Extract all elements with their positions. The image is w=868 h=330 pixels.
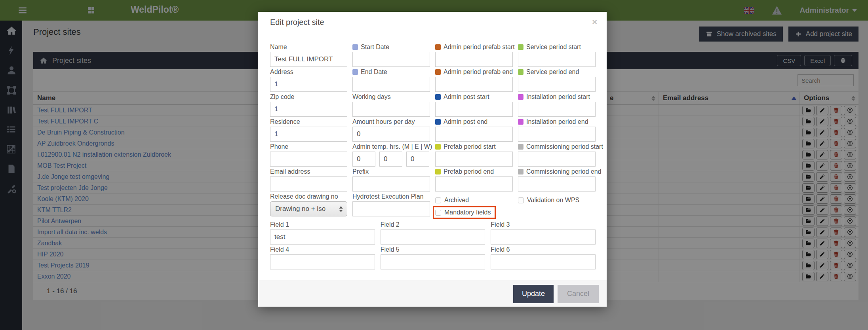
modal-body: NameAddressZip codeResidencePhoneEmail a… bbox=[258, 32, 607, 281]
admin-period-prefab-start-input[interactable] bbox=[435, 52, 513, 67]
admin-temp-hrs-m-e-w-input-1[interactable] bbox=[379, 152, 402, 167]
release-doc-drawing-no-select[interactable]: Drawing no + iso bbox=[270, 201, 347, 216]
field-prefab-period-start: Prefab period start bbox=[435, 142, 513, 167]
field-label: Admin period prefab end bbox=[435, 68, 513, 76]
field-2-input[interactable] bbox=[381, 229, 485, 245]
field-label: Working days bbox=[352, 93, 430, 101]
mandatory-fields-highlight: Mandatory fields bbox=[433, 206, 496, 219]
checkbox-group: ArchivedMandatory fields bbox=[435, 192, 513, 217]
admin-temp-hrs-m-e-w-input-2[interactable] bbox=[406, 152, 429, 167]
commissioning-period-end-input[interactable] bbox=[518, 176, 596, 192]
prefab-period-start-input[interactable] bbox=[435, 152, 513, 167]
field-name: Name bbox=[270, 43, 347, 68]
field-zip-code: Zip code bbox=[270, 93, 347, 118]
commissioning-period-start-input[interactable] bbox=[518, 152, 596, 167]
service-period-end-input[interactable] bbox=[518, 77, 596, 92]
field-phone: Phone bbox=[270, 142, 347, 167]
field-release-doc-drawing-no: Release doc drawing noDrawing no + iso bbox=[270, 192, 347, 217]
select-arrows-icon bbox=[339, 206, 343, 212]
color-swatch bbox=[518, 69, 523, 75]
admin-temp-hrs-inputs bbox=[352, 152, 430, 167]
field-admin-period-prefab-end: Admin period prefab end bbox=[435, 68, 513, 93]
service-period-start-input[interactable] bbox=[518, 52, 596, 67]
checkbox-row-archived: Archived bbox=[435, 195, 513, 205]
app-root: WeldPilot® Administrator Project sites bbox=[0, 0, 868, 330]
select-value: Drawing no + iso bbox=[275, 205, 326, 213]
field-commissioning-period-end: Commissioning period end bbox=[518, 167, 596, 192]
field-residence: Residence bbox=[270, 118, 347, 142]
color-swatch bbox=[518, 94, 523, 100]
admin-post-end-input[interactable] bbox=[435, 127, 513, 142]
working-days-input[interactable] bbox=[352, 102, 430, 117]
field-label: Name bbox=[270, 43, 347, 51]
field-field-4: Field 4 bbox=[270, 245, 375, 270]
modal-footer: Update Cancel bbox=[258, 281, 607, 307]
field-3-input[interactable] bbox=[491, 229, 596, 245]
field-label: Hydrotest Execution Plan bbox=[352, 192, 430, 201]
update-button[interactable]: Update bbox=[513, 285, 554, 303]
color-swatch bbox=[352, 44, 358, 50]
checkbox-group: Validation on WPS bbox=[518, 192, 596, 217]
field-field-6: Field 6 bbox=[491, 245, 596, 270]
color-swatch bbox=[435, 144, 441, 150]
color-swatch bbox=[518, 144, 523, 150]
checkbox-label: Validation on WPS bbox=[527, 197, 579, 204]
field-label: Field 2 bbox=[381, 220, 485, 229]
field-admin-post-start: Admin post start bbox=[435, 93, 513, 118]
field-1-input[interactable] bbox=[270, 229, 375, 245]
field-6-input[interactable] bbox=[491, 254, 596, 269]
field-field-2: Field 2 bbox=[381, 220, 485, 245]
address-input[interactable] bbox=[270, 77, 347, 92]
field-4-input[interactable] bbox=[270, 254, 375, 269]
residence-input[interactable] bbox=[270, 127, 347, 142]
archived-checkbox[interactable] bbox=[435, 197, 441, 203]
modal-bottom-column: Field 1Field 4 bbox=[270, 220, 375, 270]
start-date-input[interactable] bbox=[352, 52, 430, 67]
modal-column: Service period startService period endIn… bbox=[518, 43, 596, 217]
prefab-period-end-input[interactable] bbox=[435, 176, 513, 192]
field-hydrotest-execution-plan: Hydrotest Execution Plan bbox=[352, 192, 430, 217]
modal-field-grid: NameAddressZip codeResidencePhoneEmail a… bbox=[270, 43, 596, 217]
installation-period-end-input[interactable] bbox=[518, 127, 596, 142]
field-start-date: Start Date bbox=[352, 43, 430, 68]
field-installation-period-start: Installation period start bbox=[518, 93, 596, 118]
modal-bottom-column: Field 3Field 6 bbox=[491, 220, 596, 270]
field-5-input[interactable] bbox=[381, 254, 485, 269]
email-address-input[interactable] bbox=[270, 176, 347, 192]
field-label: Field 6 bbox=[491, 245, 596, 254]
modal-bottom-column: Field 2Field 5 bbox=[381, 220, 485, 270]
admin-post-start-input[interactable] bbox=[435, 102, 513, 117]
hydrotest-execution-plan-input[interactable] bbox=[352, 201, 430, 216]
field-prefab-period-end: Prefab period end bbox=[435, 167, 513, 192]
color-swatch bbox=[518, 119, 523, 125]
phone-input[interactable] bbox=[270, 152, 347, 167]
installation-period-start-input[interactable] bbox=[518, 102, 596, 117]
zip-code-input[interactable] bbox=[270, 102, 347, 117]
validation-on-wps-checkbox[interactable] bbox=[518, 197, 524, 203]
end-date-input[interactable] bbox=[352, 77, 430, 92]
checkbox-label: Mandatory fields bbox=[444, 209, 491, 216]
prefix-input[interactable] bbox=[352, 176, 430, 192]
field-label: Start Date bbox=[352, 43, 430, 51]
modal-title: Edit project site bbox=[270, 18, 324, 27]
admin-temp-hrs-m-e-w-input-0[interactable] bbox=[352, 152, 375, 167]
admin-period-prefab-end-input[interactable] bbox=[435, 77, 513, 92]
modal-column: NameAddressZip codeResidencePhoneEmail a… bbox=[270, 43, 347, 217]
field-label: Prefab period end bbox=[435, 167, 513, 176]
field-label: Email address bbox=[270, 167, 347, 176]
color-swatch bbox=[435, 94, 441, 100]
field-label: Service period start bbox=[518, 43, 596, 51]
mandatory-fields-checkbox[interactable] bbox=[435, 210, 441, 216]
close-icon[interactable]: × bbox=[592, 18, 597, 27]
field-label: Residence bbox=[270, 118, 347, 126]
field-admin-temp-hrs-m-e-w: Admin temp. hrs. (M | E | W) bbox=[352, 142, 430, 167]
cancel-button[interactable]: Cancel bbox=[558, 285, 599, 303]
field-address: Address bbox=[270, 68, 347, 93]
field-label: Zip code bbox=[270, 93, 347, 101]
name-input[interactable] bbox=[270, 52, 347, 67]
color-swatch bbox=[435, 44, 441, 50]
amount-hours-per-day-input[interactable] bbox=[352, 127, 430, 142]
field-admin-post-end: Admin post end bbox=[435, 118, 513, 142]
modal-header: Edit project site × bbox=[258, 12, 607, 32]
color-swatch bbox=[435, 69, 441, 75]
